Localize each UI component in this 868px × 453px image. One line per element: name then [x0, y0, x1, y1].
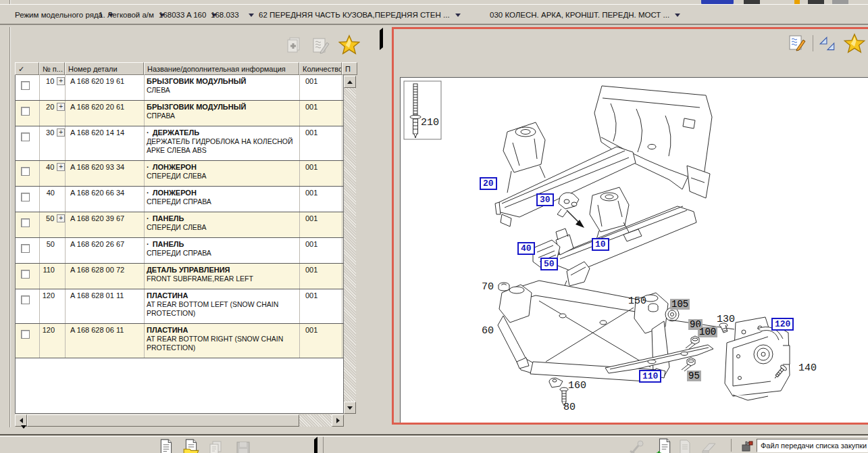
quantity: 001 — [300, 289, 342, 323]
part-number[interactable]: A 168 620 66 34 — [66, 187, 145, 212]
hscroll-thumb[interactable] — [27, 414, 299, 427]
toolbar-dropdown-vehicle-type[interactable]: 1. Легковой а/м — [99, 9, 165, 20]
part-number[interactable]: A 168 628 01 11 — [66, 289, 145, 323]
table-vscrollbar[interactable] — [344, 76, 356, 414]
diagram-callout-210[interactable]: 210 — [421, 117, 439, 128]
tools-icon[interactable] — [628, 439, 646, 453]
fit-image-icon[interactable] — [818, 35, 837, 54]
table-row[interactable]: 110A 168 628 00 72ДЕТАЛЬ УПРАВЛЕНИЯFRONT… — [16, 264, 343, 289]
toolbar-dropdown-model[interactable]: 168033 A 160 — [159, 9, 217, 20]
table-row[interactable]: 20+A 168 620 20 61БРЫЗГОВИК МОДУЛЬНЫЙСПР… — [16, 101, 343, 126]
transfer-device-icon[interactable] — [740, 439, 754, 453]
toolbar-dropdown-series[interactable]: 168.033 — [211, 9, 254, 20]
document-icon[interactable] — [157, 439, 175, 453]
column-header-2[interactable]: Номер детали — [65, 62, 144, 75]
diagram-callout-160[interactable]: 160 — [568, 380, 586, 391]
row-checkbox[interactable] — [21, 244, 30, 253]
diagram-callout-120[interactable]: 120 — [771, 318, 794, 331]
part-name: БРЫЗГОВИК МОДУЛЬНЫЙ — [147, 77, 299, 86]
row-checkbox[interactable] — [21, 295, 30, 304]
position-number-cell: 30+ — [40, 126, 66, 160]
table-row[interactable]: 50A 168 620 26 67·ПАНЕЛЬСПЕРЕДИ СПРАВА00… — [16, 238, 343, 264]
row-checkbox[interactable] — [21, 270, 30, 279]
expand-button[interactable]: + — [57, 128, 65, 137]
column-header-1[interactable]: № п... — [39, 62, 65, 75]
diagram-callout-10[interactable]: 10 — [592, 238, 609, 251]
diagram-callout-110[interactable]: 110 — [639, 370, 661, 383]
column-header-0[interactable]: ✓ — [15, 62, 39, 75]
expand-button[interactable]: + — [57, 77, 65, 85]
row-checkbox[interactable] — [21, 167, 30, 176]
row-checkbox[interactable] — [21, 81, 30, 90]
part-number[interactable]: A 168 620 26 67 — [66, 238, 145, 263]
expand-button[interactable]: + — [57, 103, 65, 111]
column-header-4[interactable]: Количество — [299, 62, 342, 75]
part-name-cell: БРЫЗГОВИК МОДУЛЬНЫЙСЛЕВА — [145, 75, 300, 100]
table-row[interactable]: 10+A 168 620 19 61БРЫЗГОВИК МОДУЛЬНЫЙСЛЕ… — [16, 75, 343, 101]
diagram-callout-30[interactable]: 30 — [536, 193, 554, 206]
save-icon[interactable] — [235, 440, 251, 453]
table-row[interactable]: 50+A 168 620 39 67·ПАНЕЛЬСПЕРЕДИ СЛЕВА00… — [16, 212, 343, 238]
position-number: 120 — [40, 291, 55, 323]
diagram-callout-105[interactable]: 105 — [670, 299, 690, 310]
part-number[interactable]: A 168 620 93 34 — [66, 161, 145, 186]
row-checkbox[interactable] — [21, 218, 30, 227]
part-number[interactable]: A 168 620 20 61 — [66, 101, 145, 126]
row-checkbox[interactable] — [21, 193, 30, 201]
diagram-callout-60[interactable]: 60 — [482, 325, 494, 337]
diagram-callout-140[interactable]: 140 — [798, 362, 817, 374]
toolbar-dropdown-subgroup[interactable]: 030 КОЛЕСН. АРКА, КРОНШТ. ПЕРЕДН. МОСТ .… — [490, 9, 680, 20]
scroll-right-button[interactable] — [332, 414, 344, 427]
diagram-callout-130[interactable]: 130 — [717, 314, 735, 325]
part-description-line: PROTECTION) — [147, 343, 299, 352]
table-row[interactable]: 30+A 168 620 14 14·ДЕРЖАТЕЛЬДЕРЖАТЕЛЬ ГИ… — [16, 126, 343, 161]
diagram-callout-80[interactable]: 80 — [563, 402, 576, 413]
part-number[interactable]: A 168 620 19 61 — [66, 75, 145, 100]
row-checkbox[interactable] — [21, 330, 30, 339]
diagram-callout-20[interactable]: 20 — [480, 177, 497, 190]
add-to-list-icon[interactable] — [284, 36, 303, 56]
row-checkbox[interactable] — [21, 133, 30, 141]
quantity: 001 — [300, 161, 342, 186]
scroll-down-button[interactable] — [344, 402, 356, 414]
part-number[interactable]: A 168 620 14 14 — [66, 126, 145, 160]
part-description-line: СПЕРЕДИ СПРАВА — [147, 249, 299, 258]
part-number[interactable]: A 168 628 06 11 — [66, 324, 145, 358]
table-row[interactable]: 40+A 168 620 93 34·ЛОНЖЕРОНСПЕРЕДИ СЛЕВА… — [16, 161, 343, 187]
toolbar-dropdown-group[interactable]: 62 ПЕРЕДНЯЯ ЧАСТЬ КУЗОВА,ПЕРЕДНЯЯ СТЕН .… — [259, 9, 461, 20]
checkbox-cell — [16, 238, 40, 263]
column-header-3[interactable]: Название/дополнительная информация — [144, 62, 299, 75]
favorites-star-icon-right[interactable] — [843, 32, 866, 55]
part-number[interactable]: A 168 620 39 67 — [66, 212, 145, 237]
table-row[interactable]: 120A 168 628 01 11ПЛАСТИНАAT REAR BOTTOM… — [16, 289, 343, 324]
toolbar-splitter-right-icon[interactable] — [314, 447, 317, 453]
diagram-callout-95[interactable]: 95 — [687, 371, 701, 381]
purchase-list-file-input[interactable]: Файл передачи списка закупки — [757, 439, 868, 452]
table-row[interactable]: 40A 168 620 66 34·ЛОНЖЕРОНСПЕРЕДИ СПРАВА… — [16, 187, 343, 212]
copy-document-icon[interactable] — [207, 440, 224, 453]
diagram-canvas[interactable]: 2102030104050110120706015013014016080105… — [400, 77, 868, 423]
scroll-up-button[interactable] — [344, 76, 356, 88]
sub-part-dot: · — [147, 163, 149, 171]
part-description-line: ДЕРЖАТЕЛЬ ГИДРОБЛОКА НА КОЛЕСНОЙ — [147, 137, 299, 146]
diagram-callout-50[interactable]: 50 — [540, 258, 558, 270]
edit-notes-icon[interactable] — [788, 33, 807, 53]
expand-button[interactable]: + — [57, 163, 65, 171]
edit-notes-icon-left[interactable] — [311, 36, 330, 56]
eraser-icon[interactable] — [700, 440, 719, 453]
diagram-callout-40[interactable]: 40 — [517, 242, 535, 255]
add-document-icon[interactable] — [655, 438, 673, 453]
part-number[interactable]: A 168 628 00 72 — [66, 264, 145, 289]
favorites-star-icon-left[interactable] — [338, 34, 360, 57]
table-row[interactable]: 120A 168 628 06 11ПЛАСТИНАAT REAR BOTTOM… — [16, 324, 343, 358]
document-gray-icon[interactable] — [677, 439, 693, 453]
table-hscrollbar[interactable] — [15, 414, 344, 427]
expand-button[interactable]: + — [57, 214, 65, 222]
diagram-callout-100[interactable]: 100 — [698, 327, 717, 337]
diagram-callout-150[interactable]: 150 — [628, 295, 646, 307]
open-document-icon[interactable] — [182, 439, 200, 453]
diagram-callout-70[interactable]: 70 — [482, 281, 494, 293]
column-header-5[interactable]: П — [342, 62, 357, 75]
splitter-expand-right-icon[interactable] — [380, 39, 383, 47]
row-checkbox[interactable] — [21, 107, 30, 116]
